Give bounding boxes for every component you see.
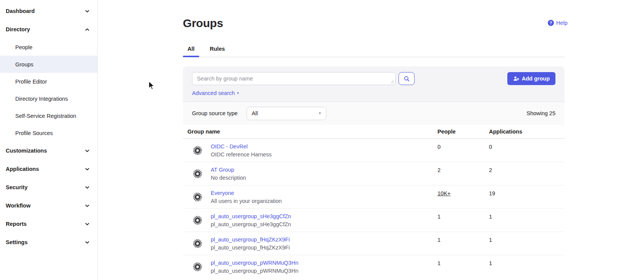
group-name-link[interactable]: pl_auto_usergroup_fHqZKzX9Fi	[211, 237, 290, 243]
caret-down-icon: ▼	[318, 111, 321, 115]
sidebar-subitem-label: Groups	[15, 61, 34, 68]
people-count: 2	[437, 162, 489, 185]
table-row: Everyone All users in your organization …	[183, 185, 565, 209]
sidebar-item-workflow[interactable]: Workflow	[0, 196, 97, 215]
add-group-label: Add group	[522, 76, 550, 82]
tab-bar: All Rules	[183, 46, 565, 57]
chevron-up-icon	[85, 27, 90, 32]
group-avatar-icon	[192, 169, 203, 179]
add-group-button[interactable]: Add group	[507, 72, 555, 85]
applications-count: 19	[489, 185, 565, 208]
people-count: 0	[437, 139, 489, 162]
group-description: pl_auto_usergroup_sHe3ggCfZn	[211, 221, 291, 227]
group-avatar-icon	[192, 145, 203, 156]
sidebar-item-directory[interactable]: Directory	[0, 20, 97, 39]
magnifying-glass-icon	[404, 76, 410, 82]
table-row: pl_auto_usergroup_sHe3ggCfZn pl_auto_use…	[183, 209, 565, 232]
group-description: All users in your organization	[211, 198, 282, 204]
search-input-wrap	[192, 72, 395, 86]
group-name-link[interactable]: AT Group	[211, 167, 246, 173]
table-row: AT Group No description 2 2	[183, 162, 565, 185]
sidebar-item-self-service-registration[interactable]: Self-Service Registration	[0, 107, 97, 124]
main-content: ? Help Groups All Rules	[98, 0, 644, 280]
applications-count: 0	[489, 139, 565, 162]
tab-all[interactable]: All	[183, 46, 199, 57]
group-description: No description	[211, 175, 246, 181]
sidebar-item-profile-editor[interactable]: Profile Editor	[0, 73, 97, 90]
group-avatar-icon	[192, 262, 203, 272]
group-avatar-icon	[192, 238, 203, 249]
sidebar-subitem-label: Profile Editor	[15, 79, 47, 85]
sidebar-item-directory-integrations[interactable]: Directory Integrations	[0, 90, 97, 107]
search-panel: Add group Advanced search ▾	[183, 66, 565, 101]
people-count: 1	[437, 232, 489, 255]
showing-count: Showing 25	[526, 110, 555, 116]
group-avatar-icon	[192, 215, 203, 225]
applications-count: 1	[489, 255, 565, 278]
sidebar-item-label: Dashboard	[6, 8, 35, 14]
resize-handle-icon[interactable]	[390, 80, 394, 84]
people-count: 1	[437, 255, 489, 278]
chevron-down-icon	[85, 203, 90, 208]
sidebar-item-profile-sources[interactable]: Profile Sources	[0, 124, 97, 142]
page-title: Groups	[183, 16, 565, 31]
sidebar-item-label: Security	[6, 184, 27, 190]
sidebar-item-customizations[interactable]: Customizations	[0, 142, 97, 160]
col-header-group-name: Group name	[183, 129, 437, 135]
sidebar-subitem-label: People	[15, 44, 32, 50]
sidebar-item-people[interactable]: People	[0, 39, 97, 56]
group-description: OIDC reference Harness	[211, 151, 272, 158]
groups-table: Group name People Applications OIDC - De…	[183, 125, 565, 278]
advanced-search-label: Advanced search	[192, 90, 235, 96]
group-name-link[interactable]: Everyone	[211, 190, 282, 196]
mouse-cursor	[148, 81, 155, 91]
sidebar-subitem-label: Directory Integrations	[15, 96, 68, 102]
sidebar-item-applications[interactable]: Applications	[0, 160, 97, 178]
applications-count: 1	[489, 209, 565, 232]
search-button[interactable]	[399, 72, 415, 85]
chevron-down-icon	[85, 222, 90, 227]
group-source-type-select[interactable]: All ▼	[247, 107, 326, 120]
group-avatar-icon	[192, 192, 203, 202]
chevron-down-icon	[85, 167, 90, 172]
group-name-link[interactable]: OIDC - DevRel	[211, 143, 272, 150]
sidebar-subitem-label: Profile Sources	[15, 130, 53, 136]
sidebar-item-settings[interactable]: Settings	[0, 233, 97, 251]
search-input[interactable]	[192, 72, 395, 85]
col-header-applications: Applications	[489, 129, 565, 135]
sidebar-item-label: Customizations	[6, 148, 47, 154]
sidebar-item-dashboard[interactable]: Dashboard	[0, 2, 97, 20]
chevron-down-icon	[85, 148, 90, 153]
sidebar-item-groups[interactable]: Groups	[0, 56, 97, 73]
group-name-link[interactable]: pl_auto_usergroup_pWRNMuQ3Hn	[211, 260, 299, 266]
caret-down-icon: ▾	[237, 92, 239, 95]
sidebar-item-label: Directory	[6, 26, 30, 32]
sidebar-item-label: Reports	[6, 221, 27, 227]
table-row: pl_auto_usergroup_pWRNMuQ3Hn pl_auto_use…	[183, 255, 565, 278]
group-description: pl_auto_usergroup_pWRNMuQ3Hn	[211, 268, 299, 274]
advanced-search-toggle[interactable]: Advanced search ▾	[192, 90, 239, 96]
table-header-row: Group name People Applications	[183, 125, 565, 139]
tab-rules[interactable]: Rules	[205, 46, 230, 57]
group-description: pl_auto_usergroup_fHqZKzX9Fi	[211, 245, 290, 251]
table-row: pl_auto_usergroup_fHqZKzX9Fi pl_auto_use…	[183, 232, 565, 255]
sidebar: Dashboard Directory People Groups Profil…	[0, 0, 98, 280]
group-name-link[interactable]: pl_auto_usergroup_sHe3ggCfZn	[211, 213, 291, 219]
group-source-type-label: Group source type	[192, 110, 237, 116]
user-plus-icon	[513, 76, 519, 82]
sidebar-item-label: Applications	[6, 166, 39, 172]
sidebar-item-label: Workflow	[6, 203, 31, 209]
col-header-people: People	[437, 129, 489, 135]
sidebar-item-security[interactable]: Security	[0, 178, 97, 196]
sidebar-subitem-label: Self-Service Registration	[15, 113, 76, 119]
applications-count: 1	[489, 232, 565, 255]
chevron-down-icon	[85, 9, 90, 14]
filter-bar: Group source type All ▼ Showing 25	[183, 101, 565, 125]
applications-count: 2	[489, 162, 565, 185]
sidebar-item-reports[interactable]: Reports	[0, 215, 97, 233]
people-count-link[interactable]: 10K+	[437, 185, 450, 196]
sidebar-item-label: Settings	[6, 239, 27, 245]
chevron-down-icon	[85, 240, 90, 245]
people-count: 1	[437, 209, 489, 232]
chevron-down-icon	[85, 185, 90, 190]
